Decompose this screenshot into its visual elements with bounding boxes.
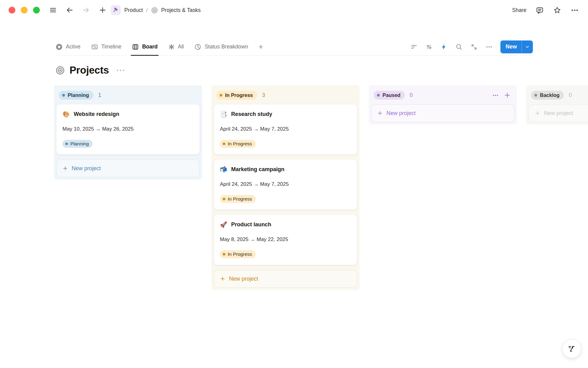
new-project-button[interactable]: New project (214, 270, 357, 288)
status-badge: Planning (62, 140, 92, 148)
notion-ai-face-icon (567, 344, 577, 354)
status-dot-icon (62, 94, 65, 97)
timeline-icon (91, 43, 98, 51)
chevron-down-icon[interactable] (522, 40, 533, 53)
project-card[interactable]: 🎨 Website redesign May 10, 2025 → May 26… (56, 104, 200, 155)
minimize-window-button[interactable] (21, 7, 28, 13)
tab-all[interactable]: All (168, 38, 184, 56)
target-icon (55, 66, 65, 75)
mailbox-emoji-icon: 📬 (220, 167, 227, 172)
status-dot-icon (65, 143, 68, 145)
new-button[interactable]: New (500, 40, 533, 53)
card-title: Product launch (231, 221, 271, 228)
new-project-button[interactable]: New project (56, 159, 200, 177)
board-view: Planning 1 🎨 Website redesign May 10, 20… (0, 85, 588, 290)
board-column-planning: Planning 1 🎨 Website redesign May 10, 20… (54, 85, 202, 180)
zoom-window-button[interactable] (33, 7, 40, 13)
view-options-icon[interactable] (485, 43, 493, 51)
status-badge[interactable]: Planning (59, 91, 93, 100)
column-count: 0 (410, 92, 413, 98)
new-page-plus-icon[interactable] (99, 6, 107, 14)
status-badge: In Progress (220, 195, 256, 203)
pie-chart-icon (194, 43, 202, 51)
view-tab-bar: Active Timeline Board All Status Breakdo… (55, 38, 533, 56)
target-icon (151, 7, 158, 14)
expand-icon[interactable] (470, 43, 478, 51)
card-date-range: April 24, 2025 → May 7, 2025 (220, 126, 351, 132)
column-header: In Progress 3 (214, 88, 357, 104)
status-badge: In Progress (220, 140, 256, 148)
page-title[interactable]: Projects (70, 64, 109, 76)
card-date-range: May 8, 2025 → May 22, 2025 (220, 236, 351, 243)
status-dot-icon (377, 94, 380, 97)
page-title-options-icon[interactable] (117, 70, 124, 71)
column-count: 1 (98, 92, 101, 98)
status-dot-icon (223, 198, 225, 201)
plus-icon (62, 165, 68, 171)
search-icon[interactable] (455, 43, 463, 51)
breadcrumb-page[interactable]: Projects & Tasks (151, 7, 201, 14)
column-header: Paused 0 (371, 88, 514, 104)
plus-icon (534, 110, 541, 116)
card-title: Marketing campaign (231, 166, 285, 173)
sidebar-menu-icon[interactable] (49, 6, 57, 14)
palette-emoji-icon: 🎨 (62, 111, 70, 117)
share-button[interactable]: Share (512, 7, 526, 13)
new-button-label[interactable]: New (500, 40, 522, 53)
project-card[interactable]: 📬 Marketing campaign April 24, 2025 → Ma… (214, 159, 357, 210)
asterisk-icon (168, 44, 175, 50)
status-badge[interactable]: Backlog (531, 91, 564, 100)
column-header: Backlog 0 (529, 88, 588, 104)
project-card[interactable]: 📑 Research study April 24, 2025 → May 7,… (214, 104, 357, 155)
status-badge: In Progress (220, 250, 256, 258)
card-date-range: April 24, 2025 → May 7, 2025 (220, 181, 351, 187)
breadcrumb-separator: / (146, 7, 148, 13)
project-card[interactable]: 🚀 Product launch May 8, 2025 → May 22, 2… (214, 215, 357, 265)
breadcrumb-workspace[interactable]: Product (124, 7, 143, 13)
column-count: 0 (569, 92, 572, 98)
card-date-range: May 10, 2025 → May 26, 2025 (62, 126, 194, 132)
board-icon (132, 43, 139, 51)
window-titlebar: Product / Projects & Tasks Share (0, 0, 588, 20)
workspace-hammer-icon[interactable] (111, 5, 121, 15)
close-window-button[interactable] (9, 7, 15, 13)
status-badge[interactable]: Paused (374, 91, 405, 100)
board-column-backlog: Backlog 0 New project (526, 85, 588, 125)
sort-icon[interactable] (425, 43, 433, 51)
bookmark-tabs-emoji-icon: 📑 (220, 111, 227, 117)
forward-arrow-icon[interactable] (82, 6, 90, 14)
comments-icon[interactable] (536, 6, 544, 14)
board-column-in-progress: In Progress 3 📑 Research study April 24,… (211, 85, 360, 290)
more-options-icon[interactable] (571, 6, 579, 14)
new-project-button[interactable]: New project (529, 104, 588, 122)
plus-icon (220, 276, 226, 282)
column-count: 3 (262, 92, 265, 98)
tab-timeline[interactable]: Timeline (91, 38, 121, 56)
card-title: Website redesign (74, 111, 119, 117)
status-badge[interactable]: In Progress (216, 91, 257, 100)
column-add-icon[interactable] (504, 92, 511, 99)
status-dot-icon (534, 94, 537, 97)
back-arrow-icon[interactable] (66, 6, 74, 14)
plus-icon (377, 110, 383, 116)
tab-status-breakdown[interactable]: Status Breakdown (194, 38, 248, 56)
filter-icon[interactable] (410, 43, 418, 51)
add-view-button[interactable]: + (258, 42, 263, 52)
window-controls (9, 7, 40, 13)
status-dot-icon (220, 94, 222, 97)
tab-board[interactable]: Board (132, 38, 158, 56)
notion-ai-button[interactable] (562, 339, 581, 358)
tab-active[interactable]: Active (55, 38, 81, 56)
column-header: Planning 1 (56, 88, 200, 104)
breadcrumb: Product / Projects & Tasks (124, 7, 201, 14)
column-more-icon[interactable] (492, 92, 499, 99)
page-header: Projects (55, 64, 588, 76)
status-dot-icon (223, 143, 225, 145)
board-column-paused: Paused 0 New project (369, 85, 517, 125)
new-project-button[interactable]: New project (371, 104, 514, 122)
status-dot-icon (223, 253, 225, 256)
card-title: Research study (231, 111, 272, 117)
automations-lightning-icon[interactable] (440, 43, 448, 51)
favorite-star-icon[interactable] (553, 6, 561, 14)
star-circle-icon (55, 43, 63, 51)
